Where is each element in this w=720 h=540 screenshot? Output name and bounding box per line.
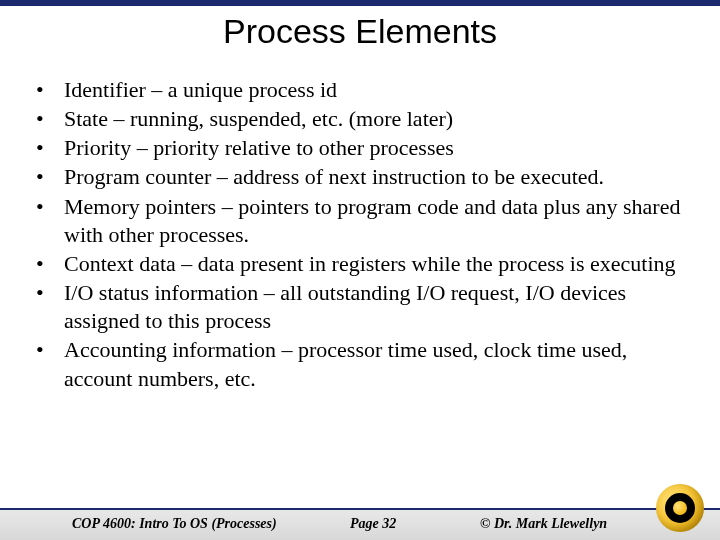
top-accent-bar bbox=[0, 0, 720, 6]
list-item: Program counter – address of next instru… bbox=[30, 163, 690, 191]
footer-content: COP 4600: Intro To OS (Processes) Page 3… bbox=[0, 512, 720, 536]
list-item: Accounting information – processor time … bbox=[30, 336, 690, 392]
list-item: Identifier – a unique process id bbox=[30, 76, 690, 104]
slide: Process Elements Identifier – a unique p… bbox=[0, 0, 720, 540]
bullet-list: Identifier – a unique process id State –… bbox=[30, 76, 690, 393]
list-item: Priority – priority relative to other pr… bbox=[30, 134, 690, 162]
list-item: Memory pointers – pointers to program co… bbox=[30, 193, 690, 249]
ucf-logo-icon bbox=[656, 484, 704, 532]
list-item: Context data – data present in registers… bbox=[30, 250, 690, 278]
footer-bar: COP 4600: Intro To OS (Processes) Page 3… bbox=[0, 508, 720, 540]
slide-body: Identifier – a unique process id State –… bbox=[30, 76, 690, 394]
footer-author: © Dr. Mark Llewellyn bbox=[480, 516, 607, 532]
list-item: I/O status information – all outstanding… bbox=[30, 279, 690, 335]
footer-course: COP 4600: Intro To OS (Processes) bbox=[72, 516, 277, 532]
slide-title: Process Elements bbox=[0, 12, 720, 51]
list-item: State – running, suspended, etc. (more l… bbox=[30, 105, 690, 133]
footer-page: Page 32 bbox=[350, 516, 396, 532]
